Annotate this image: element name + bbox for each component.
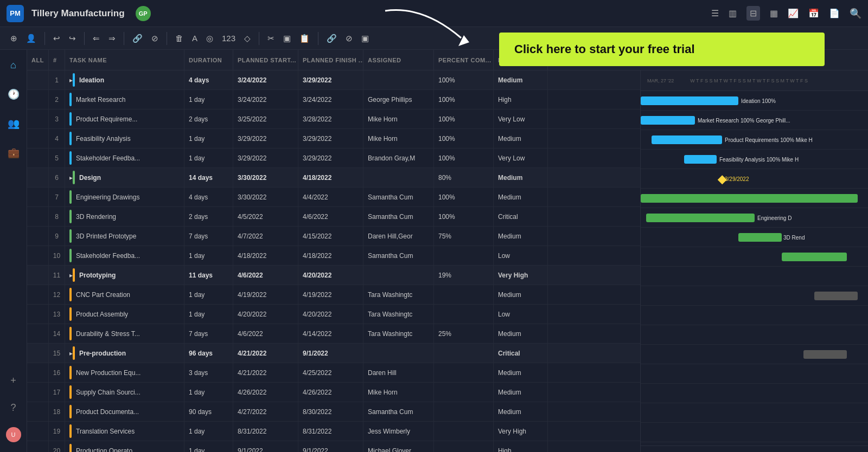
color-bar xyxy=(73,346,75,360)
gantt-bar[interactable] xyxy=(641,194,858,203)
add-user-icon[interactable]: 👤 xyxy=(23,32,39,45)
gantt-bar[interactable] xyxy=(641,116,695,125)
row-checkbox-cell[interactable] xyxy=(27,90,49,109)
row-priority: High xyxy=(494,90,548,109)
table-row[interactable]: 7 Engineering Drawings 4 days 3/30/2022 … xyxy=(27,188,640,207)
doc-icon[interactable]: 📄 xyxy=(829,8,840,18)
sidebar-help-icon[interactable]: ? xyxy=(4,398,23,417)
table-row[interactable]: 4 Feasibility Analysis 1 day 3/29/2022 3… xyxy=(27,129,640,148)
gantt-bar[interactable] xyxy=(814,292,858,300)
table-row[interactable]: 13 Product Assembly 1 day 4/20/2022 4/20… xyxy=(27,305,640,324)
row-checkbox-cell[interactable] xyxy=(27,207,49,226)
row-checkbox-cell[interactable] xyxy=(27,305,49,324)
sidebar-people-icon[interactable]: 👥 xyxy=(4,114,23,133)
row-checkbox-cell[interactable] xyxy=(27,441,49,452)
row-assigned: Brandon Gray,M xyxy=(363,148,434,167)
row-pstart: 3/30/2022 xyxy=(233,188,298,206)
table-row[interactable]: 5 Stakeholder Feedba... 1 day 3/29/2022 … xyxy=(27,148,640,168)
table-row[interactable]: 9 3D Printed Prototype 7 days 4/7/2022 4… xyxy=(27,227,640,246)
unlink-icon[interactable]: ⊘ xyxy=(149,32,161,45)
table-row[interactable]: 2 Market Research 1 day 3/24/2022 3/24/2… xyxy=(27,90,640,109)
gantt-bar[interactable] xyxy=(641,96,738,105)
row-assigned: Daren Hill xyxy=(363,363,434,382)
cut-icon[interactable]: ✂ xyxy=(265,32,277,45)
chart-icon[interactable]: 📈 xyxy=(788,8,799,18)
table-row[interactable]: 8 3D Rendering 2 days 4/5/2022 4/6/2022 … xyxy=(27,207,640,227)
gantt-bar[interactable] xyxy=(738,233,782,242)
row-checkbox-cell[interactable] xyxy=(27,129,49,148)
fill-icon[interactable]: ◎ xyxy=(203,32,216,45)
text-icon[interactable]: A xyxy=(189,32,200,44)
calendar-icon[interactable]: 📅 xyxy=(808,8,819,18)
gantt-view-icon[interactable]: ⊟ xyxy=(746,6,760,21)
bottom-scrollbar[interactable] xyxy=(641,445,868,452)
gantt-bar[interactable] xyxy=(646,214,755,222)
row-checkbox-cell[interactable] xyxy=(27,285,49,304)
left-sidebar: ⌂ 🕐 👥 💼 + ? U xyxy=(0,50,27,452)
diamond-icon[interactable]: ◇ xyxy=(241,32,253,45)
delete-icon[interactable]: 🗑 xyxy=(173,32,186,44)
row-checkbox-cell[interactable] xyxy=(27,168,49,187)
row-name: Stakeholder Feedba... xyxy=(65,148,184,167)
table-row[interactable]: 15 ▸ Pre-production 96 days 4/21/2022 9/… xyxy=(27,344,640,363)
table-row[interactable]: 11 ▸ Prototyping 11 days 4/6/2022 4/20/2… xyxy=(27,266,640,285)
color-bar xyxy=(69,385,72,399)
gantt-row: Market Research 100% George Phill... xyxy=(641,111,868,130)
table-row[interactable]: 12 CNC Part Creation 1 day 4/19/2022 4/1… xyxy=(27,285,640,305)
indent-icon[interactable]: ⇒ xyxy=(106,32,118,45)
outdent-icon[interactable]: ⇐ xyxy=(90,32,103,45)
app-logo[interactable]: PM xyxy=(7,5,24,22)
table-row[interactable]: 19 Translation Services 1 day 8/31/2022 … xyxy=(27,422,640,441)
gantt-bar[interactable] xyxy=(782,253,847,261)
table-row[interactable]: 20 Production Operato... 1 day 9/1/2022 … xyxy=(27,441,640,452)
row-checkbox-cell[interactable] xyxy=(27,383,49,402)
row-percent: 75% xyxy=(434,227,494,246)
row-checkbox-cell[interactable] xyxy=(27,148,49,167)
row-checkbox-cell[interactable] xyxy=(27,422,49,441)
list-view-icon[interactable]: ☰ xyxy=(711,8,719,18)
table-view-icon[interactable]: ▦ xyxy=(770,8,778,18)
avatar[interactable]: GP xyxy=(136,6,151,21)
unlink2-icon[interactable]: ⊘ xyxy=(343,32,355,45)
table-row[interactable]: 10 Stakeholder Feedba... 1 day 4/18/2022… xyxy=(27,246,640,266)
number-icon[interactable]: 123 xyxy=(219,32,238,44)
link-icon[interactable]: 🔗 xyxy=(130,32,145,45)
row-checkbox-cell[interactable] xyxy=(27,266,49,285)
search-icon[interactable]: 🔍 xyxy=(850,8,861,20)
table-row[interactable]: 18 Product Documenta... 90 days 4/27/202… xyxy=(27,402,640,422)
table-row[interactable]: 14 Durability & Stress T... 7 days 4/6/2… xyxy=(27,324,640,344)
row-num: 13 xyxy=(49,305,65,324)
sidebar-user-icon[interactable]: U xyxy=(4,425,23,444)
col-all-header[interactable]: ALL xyxy=(27,50,49,70)
gantt-bar[interactable] xyxy=(652,135,722,144)
redo-icon[interactable]: ↪ xyxy=(66,32,79,45)
table-row[interactable]: 1 ▸ Ideation 4 days 3/24/2022 3/29/2022 … xyxy=(27,70,640,90)
sidebar-clock-icon[interactable]: 🕐 xyxy=(4,85,23,104)
gantt-bar[interactable] xyxy=(803,350,847,359)
undo-icon[interactable]: ↩ xyxy=(50,32,63,45)
sidebar-plus-icon[interactable]: + xyxy=(4,371,23,390)
gantt-bar[interactable] xyxy=(684,155,717,164)
row-checkbox-cell[interactable] xyxy=(27,402,49,421)
copy-icon[interactable]: ▣ xyxy=(280,32,293,45)
grid-icon[interactable]: ▣ xyxy=(359,32,372,45)
row-checkbox-cell[interactable] xyxy=(27,188,49,206)
table-row[interactable]: 16 New Production Equ... 3 days 4/21/202… xyxy=(27,363,640,383)
free-trial-banner[interactable]: Click here to start your free trial xyxy=(499,33,825,66)
sidebar-briefcase-icon[interactable]: 💼 xyxy=(4,143,23,163)
row-checkbox-cell[interactable] xyxy=(27,109,49,128)
link2-icon[interactable]: 🔗 xyxy=(324,32,340,45)
row-checkbox-cell[interactable] xyxy=(27,324,49,343)
table-row[interactable]: 17 Supply Chain Sourci... 1 day 4/26/202… xyxy=(27,383,640,402)
row-checkbox-cell[interactable] xyxy=(27,70,49,89)
row-checkbox-cell[interactable] xyxy=(27,363,49,382)
row-checkbox-cell[interactable] xyxy=(27,344,49,363)
row-checkbox-cell[interactable] xyxy=(27,246,49,265)
columns-icon[interactable]: ▥ xyxy=(729,8,737,18)
row-checkbox-cell[interactable] xyxy=(27,227,49,246)
paste-icon[interactable]: 📋 xyxy=(297,32,312,45)
sidebar-home-icon[interactable]: ⌂ xyxy=(4,55,23,75)
table-row[interactable]: 6 ▸ Design 14 days 3/30/2022 4/18/2022 8… xyxy=(27,168,640,188)
add-icon[interactable]: ⊕ xyxy=(8,32,20,45)
table-row[interactable]: 3 Product Requireme... 2 days 3/25/2022 … xyxy=(27,109,640,129)
